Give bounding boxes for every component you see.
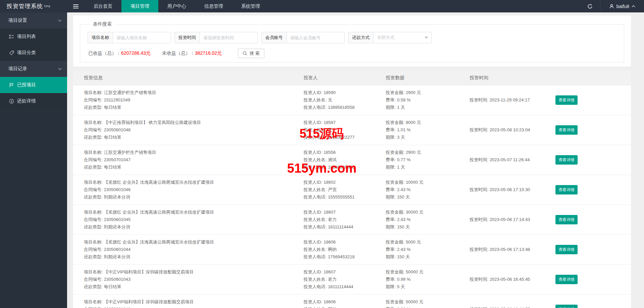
- invest-time-field-group: 投资时间: [174, 32, 258, 43]
- sidebar-item-invested-projects[interactable]: 已投项目: [0, 77, 67, 93]
- view-detail-button[interactable]: 查看详情: [555, 125, 578, 135]
- rate-value: 0.99 %: [397, 307, 411, 308]
- sidebar-toggle-button[interactable]: [67, 0, 85, 12]
- amount-value: 10000 元: [406, 180, 424, 185]
- period-key: 期限:: [386, 165, 396, 170]
- investor-name-key: 投资人姓名:: [304, 247, 327, 252]
- repay-type-key: 还款类型:: [84, 105, 103, 110]
- repay-type-key: 还款类型:: [84, 165, 103, 170]
- contract-no-value: 23050601043: [104, 277, 131, 282]
- table-row: 项目名称:【党旗红 企业兴】沈海高速公路两城至汾水段改扩建项目 合同编号:230…: [73, 235, 631, 265]
- condition-search-fieldset: 条件搜索 项目名称 投资时间 会员账号 还款方式 全部方式: [80, 21, 624, 62]
- project-name-field-group: 项目名称: [88, 32, 171, 43]
- search-button[interactable]: 搜 索: [238, 49, 264, 58]
- nav-item-label: 后台首页: [94, 3, 112, 9]
- top-navbar: 投资管理系统 TP6 后台首页 项目管理 用户中心 信息管理 系统管理 baif…: [0, 0, 644, 12]
- project-name-key: 项目名称:: [84, 210, 103, 215]
- cell-invest-data: 投资金额:50000 元 费率:0.99 % 期限:5 天: [386, 268, 470, 291]
- project-name-value: 【党旗红 企业兴】沈海高速公路两城至汾水段改扩建项目: [104, 180, 214, 185]
- contract-no-value: 23050801048: [104, 127, 131, 132]
- cell-investor: 投资人ID:18590 投资人姓名:无 投资人电话:13895818558: [304, 89, 386, 111]
- header-invest-data: 投资数据: [386, 75, 470, 81]
- refresh-icon: [587, 4, 593, 9]
- table-header-row: 投资信息 投资人 投资数据 投资时间: [73, 71, 631, 85]
- cell-invest-info: 项目名称:【党旗红 企业兴】沈海高速公路两城至汾水段改扩建项目 合同编号:230…: [84, 238, 304, 261]
- sidebar-group-project-settings[interactable]: 项目设置: [0, 12, 67, 29]
- invest-time-value: 2023-05-06 17:13:48: [490, 247, 530, 252]
- repay-type-key: 还款类型:: [84, 284, 103, 289]
- nav-item-projects[interactable]: 项目管理: [121, 0, 158, 12]
- view-detail-button[interactable]: 查看详情: [555, 95, 578, 105]
- cell-invest-data: 投资金额:5000 元 费率:2.43 % 期限:150 天: [386, 238, 470, 261]
- cell-actions: 查看详情: [553, 95, 631, 105]
- view-detail-button[interactable]: 查看详情: [555, 155, 578, 165]
- investor-phone-key: 投资人电话:: [304, 194, 327, 200]
- amount-key: 投资金额:: [386, 210, 405, 215]
- sidebar-group-project-records[interactable]: 项目记录: [0, 61, 67, 77]
- cell-actions: 查看详情: [553, 215, 631, 224]
- project-name-value: 【中正推荐福利项目】 铁力至凤阳段公路建设项目: [104, 120, 201, 125]
- invest-time-input[interactable]: [200, 32, 258, 43]
- rate-key: 费率:: [386, 307, 396, 308]
- nav-item-system[interactable]: 系统管理: [232, 0, 269, 12]
- sidebar-item-project-category[interactable]: 项目分类: [0, 45, 67, 61]
- investor-name-value: 无: [328, 97, 332, 102]
- period-key: 期限:: [386, 284, 396, 289]
- project-name-input[interactable]: [113, 32, 171, 43]
- amount-value: 2900 元: [406, 150, 421, 155]
- investor-id-value: 18606: [324, 239, 336, 245]
- investor-name-value: 严宽: [328, 187, 337, 192]
- nav-item-info[interactable]: 信息管理: [195, 0, 232, 12]
- view-detail-button[interactable]: 查看详情: [555, 275, 578, 284]
- cell-actions: 查看详情: [553, 125, 631, 135]
- cell-invest-time: 投资时间:2023-05-06 16:45:45: [470, 276, 553, 283]
- sidebar-item-project-list[interactable]: 项目列表: [0, 29, 67, 45]
- nav-item-home[interactable]: 后台首页: [85, 0, 121, 12]
- refresh-button[interactable]: [580, 0, 600, 12]
- repay-type-key: 还款类型:: [84, 254, 103, 259]
- header-invest-time: 投资时间: [470, 75, 553, 81]
- contract-no-key: 合同编号:: [84, 97, 103, 102]
- rate-key: 费率:: [386, 97, 396, 102]
- project-name-value: 【中正VIP福利项目】深圳碳排放配额交易项目: [104, 299, 194, 304]
- app-title-sup: TP6: [44, 5, 51, 8]
- contract-no-key: 合同编号:: [84, 157, 103, 162]
- member-account-input[interactable]: [287, 32, 344, 43]
- main-content: 条件搜索 项目名称 投资时间 会员账号 还款方式 全部方式: [67, 12, 644, 308]
- view-detail-button[interactable]: 查看详情: [555, 305, 578, 308]
- view-detail-button[interactable]: 查看详情: [555, 245, 578, 254]
- app-brand: 投资管理系统 TP6: [0, 0, 67, 12]
- period-key: 期限:: [386, 105, 396, 110]
- investor-phone-value: 13895818558: [328, 105, 355, 110]
- sidebar-item-repayment-details[interactable]: $ 还款详情: [0, 93, 67, 109]
- repay-method-label: 还款方式: [348, 32, 374, 43]
- contract-no-key: 合同编号:: [84, 277, 103, 282]
- view-detail-button[interactable]: 查看详情: [555, 215, 578, 224]
- view-detail-button[interactable]: 查看详情: [555, 185, 578, 194]
- member-account-label: 会员账号: [262, 32, 287, 43]
- tag-icon: [9, 50, 14, 55]
- user-menu[interactable]: baifu8: [600, 0, 644, 12]
- sidebar-item-label: 已投项目: [17, 82, 36, 88]
- invest-table: 投资信息 投资人 投资数据 投资时间 项目名称:江苏交通护栏生产销售项目 合同编…: [73, 71, 631, 308]
- nav-item-users[interactable]: 用户中心: [158, 0, 195, 12]
- amount-key: 投资金额:: [386, 239, 405, 245]
- repay-type-value: 每日结算: [104, 284, 121, 289]
- amount-key: 投资金额:: [386, 120, 405, 125]
- repay-method-field-group: 还款方式 全部方式: [348, 32, 432, 43]
- cell-invest-info: 项目名称:江苏交通护栏生产销售项目 合同编号:23112901049 还款类型:…: [84, 89, 304, 111]
- contract-no-value: 23050601045: [104, 217, 131, 222]
- project-name-key: 项目名称:: [84, 299, 103, 304]
- svg-text:$: $: [11, 99, 13, 103]
- project-name-key: 项目名称:: [84, 150, 103, 155]
- investor-name-value: 老力: [328, 277, 337, 282]
- rate-key: 费率:: [386, 277, 396, 282]
- list-icon: [9, 34, 14, 39]
- cell-invest-data: 投资金额:2900 元 费率:0.77 % 期限:1 天: [386, 149, 470, 171]
- cell-invest-info: 项目名称:【党旗红 企业兴】沈海高速公路两城至汾水段改扩建项目 合同编号:230…: [84, 209, 304, 231]
- repay-method-select[interactable]: 全部方式: [374, 32, 431, 43]
- nav-item-label: 项目管理: [130, 3, 149, 9]
- amount-value: 50000 元: [406, 269, 424, 274]
- condition-search-legend: 条件搜索: [90, 21, 114, 27]
- cell-investor: 投资人ID:18587 投资人姓名:无 投资人电话:13353422277: [304, 119, 386, 141]
